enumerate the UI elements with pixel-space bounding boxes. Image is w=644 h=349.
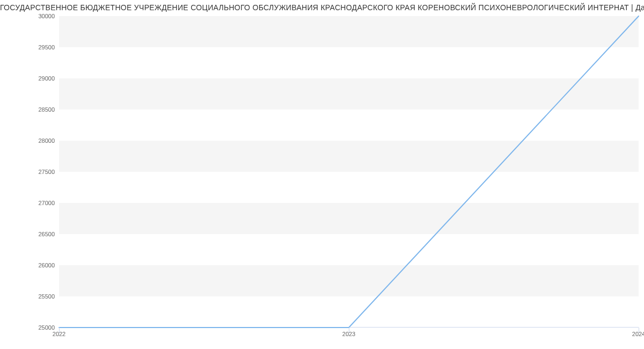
y-tick-label: 29500 [6, 44, 55, 50]
x-tick-label: 2024 [632, 331, 644, 337]
plot-area: 2500025500260002650027000275002800028500… [59, 16, 639, 328]
x-tick-mark [349, 328, 349, 333]
chart-line-svg [59, 16, 639, 328]
chart-title: ГОСУДАРСТВЕННОЕ БЮДЖЕТНОЕ УЧРЕЖДЕНИЕ СОЦ… [0, 3, 644, 12]
y-tick-label: 25500 [6, 293, 55, 300]
y-tick-label: 30000 [6, 13, 55, 19]
y-tick-label: 26000 [6, 262, 55, 268]
series-line [59, 16, 639, 328]
y-tick-label: 26500 [6, 231, 55, 237]
x-tick-mark [639, 328, 639, 333]
x-tick-mark [59, 328, 60, 333]
y-tick-label: 28500 [6, 106, 55, 113]
y-tick-label: 27000 [6, 200, 55, 206]
y-tick-label: 27500 [6, 169, 55, 175]
y-tick-label: 29000 [6, 75, 55, 82]
y-tick-label: 28000 [6, 137, 55, 144]
chart-container: ГОСУДАРСТВЕННОЕ БЮДЖЕТНОЕ УЧРЕЖДЕНИЕ СОЦ… [0, 0, 644, 349]
y-tick-label: 25000 [6, 324, 55, 331]
